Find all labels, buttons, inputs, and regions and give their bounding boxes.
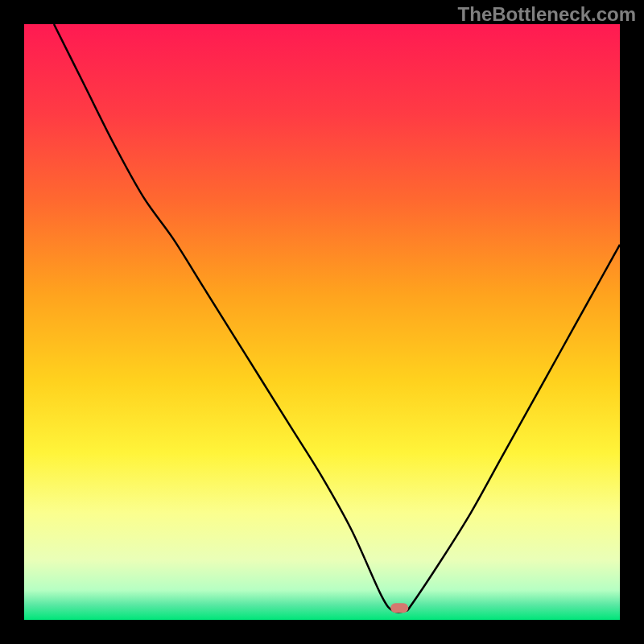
svg-rect-2 [0,0,24,644]
optimum-marker [390,603,408,613]
svg-rect-3 [620,0,644,644]
chart-container: TheBottleneck.com [0,0,644,644]
svg-rect-1 [0,620,644,644]
plot-background [24,24,620,620]
watermark-text: TheBottleneck.com [458,3,636,26]
bottleneck-chart [0,0,644,644]
